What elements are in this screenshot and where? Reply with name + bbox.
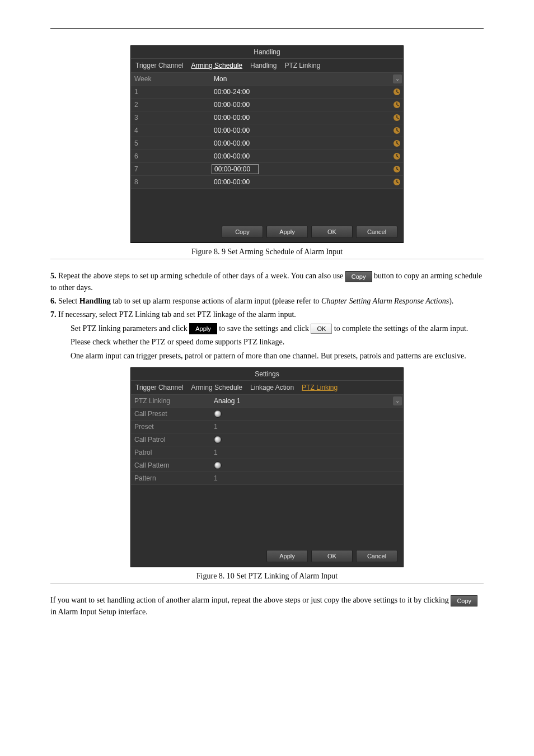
handling-dialog: Handling Trigger Channel Arming Schedule… xyxy=(130,45,404,243)
schedule-row-num: 2 xyxy=(131,101,212,109)
schedule-time: 00:00-00:00 xyxy=(212,178,393,186)
ok-button[interactable]: OK xyxy=(311,550,353,562)
schedule-row[interactable]: 00:00-00:00 xyxy=(212,137,403,150)
ok-button-inline: OK xyxy=(311,324,332,334)
clock-icon xyxy=(393,178,401,186)
clock-icon xyxy=(393,101,401,109)
schedule-time: 00:00-00:00 xyxy=(212,139,393,147)
pattern-label: Pattern xyxy=(131,474,212,482)
schedule-row-num: 3 xyxy=(131,114,212,122)
tab-linkage-action[interactable]: Linkage Action xyxy=(249,382,295,393)
page-header-rule xyxy=(50,28,484,29)
figure-caption: Figure 8. 10 Set PTZ Linking of Alarm In… xyxy=(50,572,484,581)
schedule-row-num: 5 xyxy=(131,139,212,147)
schedule-time: 00:00-00:00 xyxy=(212,101,393,109)
call-patrol-label: Call Patrol xyxy=(131,436,212,444)
ok-button[interactable]: OK xyxy=(311,226,353,238)
cancel-button[interactable]: Cancel xyxy=(356,226,397,238)
schedule-row-num: 4 xyxy=(131,127,212,134)
call-pattern-radio[interactable] xyxy=(214,461,222,469)
clock-icon xyxy=(393,139,401,147)
schedule-row[interactable]: 00:00-00:00 xyxy=(212,99,403,111)
tab-arming-schedule[interactable]: Arming Schedule xyxy=(190,60,243,71)
schedule-row[interactable]: 00:00-00:00 xyxy=(212,150,403,162)
patrol-value[interactable]: 1 xyxy=(212,449,403,456)
patrol-label: Patrol xyxy=(131,449,212,456)
pattern-value[interactable]: 1 xyxy=(212,474,403,482)
divider-rule xyxy=(50,259,484,259)
clock-icon xyxy=(393,165,401,173)
schedule-row[interactable]: 00:00-24:00 xyxy=(212,86,403,98)
week-select[interactable]: Mon ⌄ xyxy=(212,73,403,85)
call-pattern-label: Call Pattern xyxy=(131,461,212,469)
clock-icon xyxy=(393,114,401,122)
tab-arming-schedule[interactable]: Arming Schedule xyxy=(190,382,243,393)
clock-icon xyxy=(393,88,401,96)
schedule-time: 00:00-00:00 xyxy=(212,127,393,134)
apply-button[interactable]: Apply xyxy=(266,550,308,562)
tab-ptz-linking[interactable]: PTZ Linking xyxy=(283,60,321,71)
call-preset-label: Call Preset xyxy=(131,410,212,418)
tab-handling[interactable]: Handling xyxy=(249,60,278,71)
tab-trigger-channel[interactable]: Trigger Channel xyxy=(134,382,185,393)
schedule-row-num: 7 xyxy=(131,165,212,173)
ptz-linking-label: PTZ Linking xyxy=(131,397,212,405)
clock-icon xyxy=(393,152,401,160)
copy-button[interactable]: Copy xyxy=(222,226,263,238)
schedule-row-num: 8 xyxy=(131,178,212,186)
copy-button-inline: Copy xyxy=(451,595,477,606)
schedule-time: 00:00-24:00 xyxy=(212,88,393,96)
apply-button[interactable]: Apply xyxy=(266,226,308,238)
chevron-down-icon: ⌄ xyxy=(393,396,402,405)
preset-label: Preset xyxy=(131,423,212,431)
copy-button-inline: Copy xyxy=(345,271,372,282)
dialog-title: Settings xyxy=(131,368,403,381)
schedule-row[interactable]: 00:00-00:00 xyxy=(212,163,403,175)
settings-dialog: Settings Trigger Channel Arming Schedule… xyxy=(130,367,404,567)
ptz-linking-select[interactable]: Analog 1 ⌄ xyxy=(212,395,403,407)
body-text: 5. Repeat the above steps to set up armi… xyxy=(50,270,484,362)
call-preset-radio[interactable] xyxy=(214,410,222,418)
preset-value[interactable]: 1 xyxy=(212,423,403,431)
body-text: If you want to set handling action of an… xyxy=(50,595,484,618)
chevron-down-icon: ⌄ xyxy=(393,74,402,83)
schedule-row[interactable]: 00:00-00:00 xyxy=(212,176,403,188)
call-patrol-radio[interactable] xyxy=(214,436,222,444)
cancel-button[interactable]: Cancel xyxy=(356,550,397,562)
week-value: Mon xyxy=(212,75,393,83)
dialog-title: Handling xyxy=(131,46,403,59)
ptz-linking-value: Analog 1 xyxy=(212,397,393,405)
schedule-row-num: 6 xyxy=(131,152,212,160)
schedule-row[interactable]: 00:00-00:00 xyxy=(212,124,403,137)
schedule-row[interactable]: 00:00-00:00 xyxy=(212,111,403,124)
week-label: Week xyxy=(131,75,212,83)
apply-button-inline: Apply xyxy=(189,323,217,334)
schedule-row-num: 1 xyxy=(131,88,212,96)
schedule-time: 00:00-00:00 xyxy=(212,114,393,122)
tab-trigger-channel[interactable]: Trigger Channel xyxy=(134,60,185,71)
schedule-time: 00:00-00:00 xyxy=(212,164,259,174)
tabs: Trigger Channel Arming Schedule Linkage … xyxy=(131,381,403,395)
schedule-time: 00:00-00:00 xyxy=(212,152,393,160)
clock-icon xyxy=(393,127,401,134)
tabs: Trigger Channel Arming Schedule Handling… xyxy=(131,59,403,73)
tab-ptz-linking[interactable]: PTZ Linking xyxy=(301,382,339,393)
divider-rule xyxy=(50,583,484,584)
figure-caption: Figure 8. 9 Set Arming Schedule of Alarm… xyxy=(50,248,484,256)
